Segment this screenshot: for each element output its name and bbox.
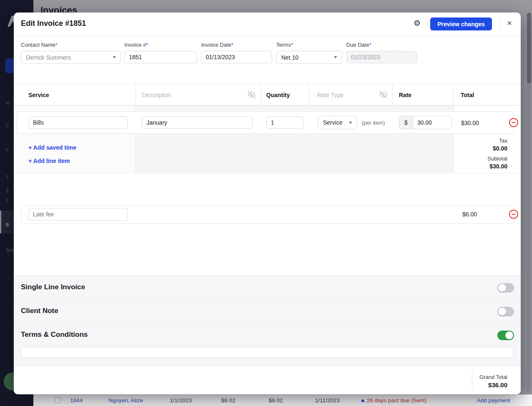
modal-title: Edit Invoice #1851: [21, 19, 86, 28]
service-input[interactable]: [28, 116, 128, 129]
add-line-item-link[interactable]: + Add line item: [28, 158, 70, 164]
chevron-down-icon: [113, 56, 116, 58]
client-name-link[interactable]: Nguyen, Alize: [108, 397, 143, 403]
minus-icon: [512, 214, 516, 215]
chevron-down-icon: [334, 56, 337, 58]
rate-type-select[interactable]: Service: [318, 116, 357, 129]
terms-conditions-input[interactable]: [21, 347, 514, 358]
grand-total-value: $36.00: [488, 381, 507, 388]
preview-changes-button[interactable]: Preview changes: [430, 18, 492, 30]
rate-input[interactable]: [413, 116, 451, 129]
invoice-number-input[interactable]: [124, 51, 197, 63]
line-total: $30.00: [461, 120, 479, 126]
contact-name-select[interactable]: Derrick Summers: [21, 51, 121, 64]
header-divider: [499, 18, 499, 30]
subtotal-label: Subtotal: [487, 155, 507, 162]
column-rate-type: Rate Type: [317, 92, 344, 98]
required-marker: *: [146, 42, 148, 48]
hide-column-eye-off-icon[interactable]: [248, 91, 255, 98]
minus-icon: [512, 122, 516, 123]
invoice-number-label: Invoice #*: [124, 42, 148, 48]
due-date-cell: 1/11/2023: [315, 397, 340, 403]
terms-select[interactable]: Net 10: [276, 51, 342, 64]
toggle-knob: [505, 331, 513, 339]
grand-total-label: Grand Total: [479, 374, 507, 380]
column-description: Description: [142, 92, 171, 98]
invoice-date-input[interactable]: [201, 51, 272, 63]
currency-prefix: $: [399, 116, 413, 129]
invoice-number-link[interactable]: 1844: [70, 397, 83, 403]
terms-conditions-toggle[interactable]: [497, 331, 514, 340]
subtotal-value: $30.00: [489, 163, 507, 170]
status-badge: 26 days past due (Sent): [367, 397, 426, 403]
chevron-down-icon: [349, 122, 352, 124]
due-date-label: Due Date*: [346, 42, 371, 48]
late-fee-input[interactable]: [28, 208, 128, 221]
footer-divider: [472, 370, 472, 390]
rate-field: $: [399, 116, 452, 129]
required-marker: *: [55, 42, 58, 48]
tax-value: $0.00: [493, 145, 507, 152]
terms-label: Terms*: [276, 42, 293, 48]
column-service: Service: [28, 92, 49, 98]
required-marker: *: [291, 42, 293, 48]
modal-footer: [14, 366, 521, 394]
description-input[interactable]: [142, 116, 253, 129]
toggle-knob: [498, 308, 506, 316]
edit-invoice-modal: Edit Invoice #1851 ⚙ Preview changes ✕ C…: [14, 13, 521, 394]
column-quantity: Quantity: [266, 92, 290, 98]
column-rate: Rate: [399, 92, 411, 98]
add-payment-link[interactable]: Add payment: [477, 397, 510, 403]
row-checkbox[interactable]: [55, 397, 61, 403]
tax-label: Tax: [499, 138, 507, 144]
column-total: Total: [461, 92, 474, 98]
required-marker: *: [231, 42, 233, 48]
hide-column-eye-off-icon[interactable]: [380, 91, 387, 98]
modal-header: Edit Invoice #1851 ⚙ Preview changes ✕: [14, 13, 521, 35]
required-marker: *: [369, 42, 371, 48]
screen: Invoices In C F T S T B Tem 1844 Nguyen,…: [0, 0, 532, 406]
amount-cell: $8.02: [221, 397, 235, 403]
client-note-toggle[interactable]: [497, 307, 514, 316]
single-line-invoice-label: Single Line Invoice: [21, 283, 85, 291]
remove-line-item-button[interactable]: [509, 118, 518, 127]
line-items-header: Service Description Quantity Rate Type R…: [14, 83, 521, 105]
invoice-table-row[interactable]: 1844 Nguyen, Alize 1/1/2023 $8.02 $8.02 …: [33, 394, 532, 406]
terms-conditions-label: Terms & Conditions: [21, 331, 88, 339]
add-saved-time-link[interactable]: + Add saved time: [28, 144, 76, 151]
quantity-input[interactable]: [266, 116, 303, 129]
client-note-label: Client Note: [21, 307, 58, 315]
single-line-invoice-toggle[interactable]: [497, 283, 514, 293]
toggle-knob: [498, 284, 506, 292]
contact-name-label: Contact Name*: [21, 42, 58, 48]
gear-icon[interactable]: ⚙: [413, 19, 421, 28]
remove-late-fee-button[interactable]: [509, 210, 518, 219]
balance-cell: $8.02: [269, 397, 283, 403]
close-icon[interactable]: ✕: [505, 20, 514, 27]
issued-date-cell: 1/1/2023: [170, 397, 192, 403]
due-date-input: [346, 51, 417, 63]
status-dot-icon: [361, 399, 364, 402]
rate-unit-label: (per item): [362, 120, 385, 126]
late-fee-amount: $6.00: [462, 211, 477, 218]
invoice-date-label: Invoice Date*: [201, 42, 233, 48]
